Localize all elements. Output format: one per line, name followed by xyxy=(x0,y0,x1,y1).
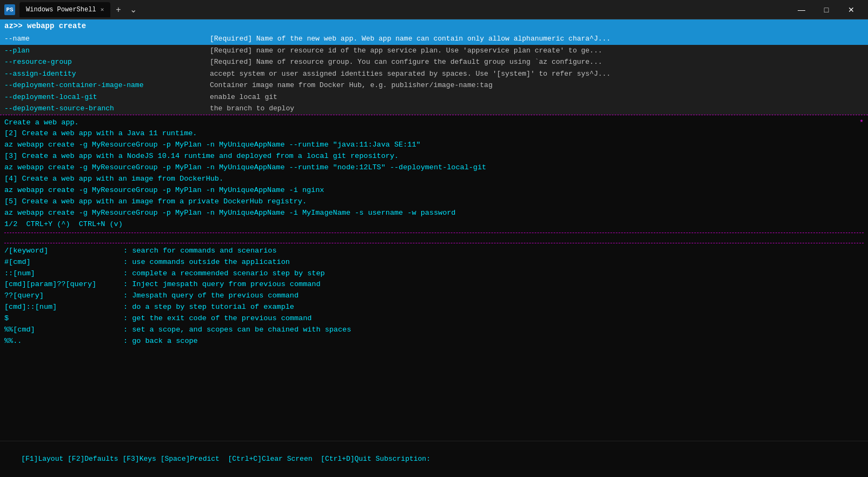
content-line: [3] Create a web app with a NodeJS 10.14… xyxy=(4,151,864,162)
prompt-text: az>> webapp create xyxy=(4,22,86,30)
help-val: : use commands outside the application xyxy=(123,257,290,268)
completion-row[interactable]: --assign-identityaccept system or user a… xyxy=(0,68,868,80)
completion-param: --plan xyxy=(0,45,206,57)
completion-row[interactable]: --resource-group[Required] Name of resou… xyxy=(0,56,868,68)
titlebar: PS Windows PowerShell ✕ + ⌄ — □ ✕ xyxy=(0,0,868,19)
help-val: : set a scope, and scopes can be chained… xyxy=(123,324,351,336)
powershell-icon: PS xyxy=(4,4,15,15)
content-line: az webapp create -g MyResourceGroup -p M… xyxy=(4,162,864,174)
completion-prompt: az>> webapp create xyxy=(0,19,868,33)
tab-powershell[interactable]: Windows PowerShell ✕ xyxy=(19,2,110,17)
help-section: /[keyword] : search for commands and sce… xyxy=(4,246,864,347)
completion-row[interactable]: --name[Required] Name of the new web app… xyxy=(0,33,868,45)
completion-rows: --name[Required] Name of the new web app… xyxy=(0,33,868,115)
content-line: az webapp create -g MyResourceGroup -p M… xyxy=(4,185,864,196)
minimize-button[interactable]: — xyxy=(789,0,814,19)
help-row: [cmd]::[num] : do a step by step tutoria… xyxy=(4,302,864,313)
completion-param: --deployment-local-git xyxy=(0,91,206,103)
completion-desc: Container image name from Docker Hub, e.… xyxy=(206,80,868,91)
content-line: Create a web app.* xyxy=(4,117,864,129)
help-key: ??[query] xyxy=(4,290,123,302)
close-window-button[interactable]: ✕ xyxy=(839,0,864,19)
help-row: ??[query] : Jmespath query of the previo… xyxy=(4,290,864,302)
completion-desc: the branch to deploy xyxy=(206,103,868,115)
help-row: $ : get the exit code of the previous co… xyxy=(4,313,864,324)
help-val: : go back a scope xyxy=(123,336,198,347)
completion-row[interactable]: --deployment-container-image-nameContain… xyxy=(0,80,868,91)
help-row: %%.. : go back a scope xyxy=(4,336,864,347)
completion-desc: accept system or user assigned identitie… xyxy=(206,68,868,80)
completion-param: --deployment-container-image-name xyxy=(0,80,206,91)
content-line: az webapp create -g MyResourceGroup -p M… xyxy=(4,208,864,219)
completion-row[interactable]: --deployment-local-gitenable local git xyxy=(0,91,868,103)
help-val: : get the exit code of the previous comm… xyxy=(123,313,312,324)
help-key: %%.. xyxy=(4,336,123,347)
content-line: [2] Create a web app with a Java 11 runt… xyxy=(4,128,864,140)
bottom-bar: [F1]Layout [F2]Defaults [F3]Keys [Space]… xyxy=(0,441,868,478)
completion-row[interactable]: --deployment-source-branchthe branch to … xyxy=(0,103,868,115)
help-key: [cmd]::[num] xyxy=(4,302,123,313)
window-controls: — □ ✕ xyxy=(789,0,864,19)
help-key: $ xyxy=(4,313,123,324)
help-row: #[cmd] : use commands outside the applic… xyxy=(4,257,864,268)
completion-desc: enable local git xyxy=(206,91,868,103)
completion-param: --resource-group xyxy=(0,56,206,68)
completion-table: az>> webapp create --name[Required] Name… xyxy=(0,19,868,115)
help-key: %%[cmd] xyxy=(4,324,123,336)
help-val: : Inject jmespath query from previous co… xyxy=(123,279,321,290)
tab-label: Windows PowerShell xyxy=(26,6,96,14)
content-lines: Create a web app.*[2] Create a web app w… xyxy=(4,117,864,230)
help-val: : search for commands and scenarios xyxy=(123,246,277,257)
maximize-button[interactable]: □ xyxy=(814,0,839,19)
terminal: az>> webapp create --name[Required] Name… xyxy=(0,19,868,477)
tab-close-button[interactable]: ✕ xyxy=(101,6,104,13)
main-content: Create a web app.*[2] Create a web app w… xyxy=(0,115,868,441)
content-line: az webapp create -g MyResourceGroup -p M… xyxy=(4,140,864,151)
tab-area: Windows PowerShell ✕ + ⌄ xyxy=(19,2,785,17)
help-key: /[keyword] xyxy=(4,246,123,257)
completion-param: --name xyxy=(0,33,206,45)
content-line: 1/2 CTRL+Y (^) CTRL+N (v) xyxy=(4,219,864,230)
bottom-bar-text: [F1]Layout [F2]Defaults [F3]Keys [Space]… xyxy=(21,455,430,463)
completion-param: --deployment-source-branch xyxy=(0,103,206,115)
content-line: [4] Create a web app with an image from … xyxy=(4,174,864,185)
help-val: : complete a recommended scenario step b… xyxy=(123,268,325,280)
help-row: ::[num] : complete a recommended scenari… xyxy=(4,268,864,280)
new-tab-button[interactable]: + xyxy=(112,4,124,16)
content-line: [5] Create a web app with an image from … xyxy=(4,196,864,208)
help-val: : Jmespath query of the previous command xyxy=(123,290,299,302)
help-row: %%[cmd] : set a scope, and scopes can be… xyxy=(4,324,864,336)
divider-mid xyxy=(4,233,864,233)
help-row: /[keyword] : search for commands and sce… xyxy=(4,246,864,257)
help-key: ::[num] xyxy=(4,268,123,280)
completion-row[interactable]: --plan[Required] name or resource id of … xyxy=(0,45,868,57)
completion-desc: [Required] Name of resource group. You c… xyxy=(206,56,868,68)
completion-param: --assign-identity xyxy=(0,68,206,80)
completion-desc: [Required] Name of the new web app. Web … xyxy=(206,33,868,45)
completion-desc: [Required] name or resource id of the ap… xyxy=(206,45,868,57)
divider-mid2 xyxy=(4,243,864,243)
help-key: #[cmd] xyxy=(4,257,123,268)
help-val: : do a step by step tutorial of example xyxy=(123,302,294,313)
help-key: [cmd][param]??[query] xyxy=(4,279,123,290)
help-row: [cmd][param]??[query]: Inject jmespath q… xyxy=(4,279,864,290)
tab-dropdown-button[interactable]: ⌄ xyxy=(127,3,140,16)
